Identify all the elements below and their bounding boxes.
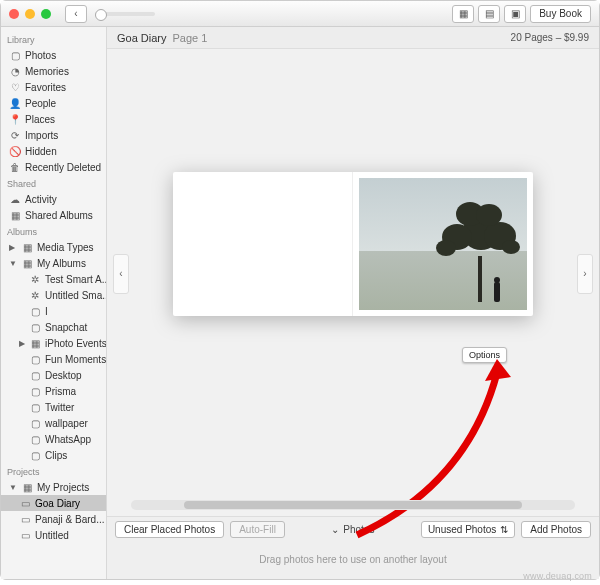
sidebar-item-media-types[interactable]: ▶▦Media Types bbox=[1, 239, 106, 255]
folder-icon: ▦ bbox=[29, 337, 41, 349]
zoom-slider[interactable] bbox=[95, 12, 155, 16]
chevron-right-icon[interactable]: ▶ bbox=[19, 339, 25, 348]
chevron-right-icon[interactable]: ▶ bbox=[9, 243, 17, 252]
hidden-icon: 🚫 bbox=[9, 145, 21, 157]
close-icon[interactable] bbox=[9, 9, 19, 19]
sidebar-item-album[interactable]: ▢wallpaper bbox=[1, 415, 106, 431]
back-button[interactable]: ‹ bbox=[65, 5, 87, 23]
sidebar-item-label: WhatsApp bbox=[45, 434, 91, 445]
sidebar-item-label: Recently Deleted bbox=[25, 162, 101, 173]
folder-icon: ▦ bbox=[21, 481, 33, 493]
book-title: Goa Diary bbox=[117, 32, 167, 44]
unused-photos-select[interactable]: Unused Photos ⇅ bbox=[421, 521, 515, 538]
people-icon: 👤 bbox=[9, 97, 21, 109]
sidebar-section-shared: Shared bbox=[1, 175, 106, 191]
favorites-icon: ♡ bbox=[9, 81, 21, 93]
page-scrollbar[interactable] bbox=[131, 500, 575, 510]
sidebar-item-hidden[interactable]: 🚫Hidden bbox=[1, 143, 106, 159]
sidebar-item-album[interactable]: ▢Snapchat bbox=[1, 319, 106, 335]
photos-icon: ▢ bbox=[9, 49, 21, 61]
sidebar-item-album[interactable]: ▢Desktop bbox=[1, 367, 106, 383]
sidebar-item-goa-diary[interactable]: ▭Goa Diary bbox=[1, 495, 106, 511]
sidebar-item-people[interactable]: 👤People bbox=[1, 95, 106, 111]
sidebar-item-label: My Albums bbox=[37, 258, 86, 269]
sidebar-item-album[interactable]: ✲Test Smart A... bbox=[1, 271, 106, 287]
sidebar-item-recently-deleted[interactable]: 🗑Recently Deleted bbox=[1, 159, 106, 175]
sidebar-item-photos[interactable]: ▢Photos bbox=[1, 47, 106, 63]
buy-book-button[interactable]: Buy Book bbox=[530, 5, 591, 23]
maximize-icon[interactable] bbox=[41, 9, 51, 19]
sidebar-item-album[interactable]: ▢Prisma bbox=[1, 383, 106, 399]
photos-drawer-toggle[interactable]: ⌄ Photos bbox=[291, 524, 415, 535]
album-icon: ▢ bbox=[29, 417, 41, 429]
sidebar-item-label: I bbox=[45, 306, 48, 317]
book-stage: ‹ › bbox=[107, 49, 599, 498]
sidebar-item-shared-albums[interactable]: ▦Shared Albums bbox=[1, 207, 106, 223]
page-photo[interactable] bbox=[359, 178, 527, 310]
sidebar-item-my-albums[interactable]: ▼▦My Albums bbox=[1, 255, 106, 271]
memories-icon: ◔ bbox=[9, 65, 21, 77]
sidebar-item-label: Desktop bbox=[45, 370, 82, 381]
sidebar-item-activity[interactable]: ☁Activity bbox=[1, 191, 106, 207]
minimize-icon[interactable] bbox=[25, 9, 35, 19]
auto-fill-button[interactable]: Auto-Fill bbox=[230, 521, 285, 538]
sidebar-item-memories[interactable]: ◔Memories bbox=[1, 63, 106, 79]
layout-icon[interactable]: ▤ bbox=[478, 5, 500, 23]
book-icon: ▭ bbox=[19, 497, 31, 509]
book-icon: ▭ bbox=[19, 513, 31, 525]
watermark: www.deuaq.com bbox=[523, 571, 592, 581]
trash-icon: 🗑 bbox=[9, 161, 21, 173]
album-icon: ▢ bbox=[29, 305, 41, 317]
sidebar-item-favorites[interactable]: ♡Favorites bbox=[1, 79, 106, 95]
sidebar-item-label: Untitled bbox=[35, 530, 69, 541]
clear-placed-photos-button[interactable]: Clear Placed Photos bbox=[115, 521, 224, 538]
chevron-down-icon[interactable]: ▼ bbox=[9, 259, 17, 268]
album-icon: ▢ bbox=[29, 385, 41, 397]
sidebar-section-albums: Albums bbox=[1, 223, 106, 239]
prev-page-button[interactable]: ‹ bbox=[113, 254, 129, 294]
sidebar-item-label: Panaji & Bard... bbox=[35, 514, 104, 525]
sidebar[interactable]: Library ▢Photos ◔Memories ♡Favorites 👤Pe… bbox=[1, 27, 107, 579]
select-value: Unused Photos bbox=[428, 524, 496, 535]
sidebar-item-album[interactable]: ▢Fun Moments bbox=[1, 351, 106, 367]
sidebar-item-project[interactable]: ▭Panaji & Bard... bbox=[1, 511, 106, 527]
sidebar-item-project[interactable]: ▭Untitled bbox=[1, 527, 106, 543]
sidebar-item-album[interactable]: ▢WhatsApp bbox=[1, 431, 106, 447]
scrollbar-thumb[interactable] bbox=[184, 501, 521, 509]
sidebar-item-album[interactable]: ▢Twitter bbox=[1, 399, 106, 415]
sidebar-item-imports[interactable]: ⟳Imports bbox=[1, 127, 106, 143]
sidebar-item-album[interactable]: ✲Untitled Sma... bbox=[1, 287, 106, 303]
sidebar-item-my-projects[interactable]: ▼▦My Projects bbox=[1, 479, 106, 495]
photos-drawer-label: Photos bbox=[343, 524, 374, 535]
album-icon: ▢ bbox=[29, 449, 41, 461]
sidebar-item-album[interactable]: ▢I bbox=[1, 303, 106, 319]
imports-icon: ⟳ bbox=[9, 129, 21, 141]
cloud-icon: ☁ bbox=[9, 193, 21, 205]
settings-icon[interactable]: ▣ bbox=[504, 5, 526, 23]
book-icon: ▭ bbox=[19, 529, 31, 541]
sidebar-item-label: Favorites bbox=[25, 82, 66, 93]
book-page-left[interactable] bbox=[173, 172, 353, 316]
sidebar-item-label: Clips bbox=[45, 450, 67, 461]
sidebar-item-iphoto-events[interactable]: ▶▦iPhoto Events bbox=[1, 335, 106, 351]
sidebar-item-label: Hidden bbox=[25, 146, 57, 157]
folder-icon: ▦ bbox=[21, 241, 33, 253]
sidebar-item-label: My Projects bbox=[37, 482, 89, 493]
sidebar-item-label: Untitled Sma... bbox=[45, 290, 106, 301]
view-mode-icon[interactable]: ▦ bbox=[452, 5, 474, 23]
book-page-right[interactable] bbox=[353, 172, 533, 316]
options-popover[interactable]: Options bbox=[462, 347, 507, 363]
bottom-toolbar: Clear Placed Photos Auto-Fill ⌄ Photos U… bbox=[107, 516, 599, 542]
albums-icon: ▦ bbox=[9, 209, 21, 221]
next-page-button[interactable]: › bbox=[577, 254, 593, 294]
sidebar-item-places[interactable]: 📍Places bbox=[1, 111, 106, 127]
album-icon: ▢ bbox=[29, 321, 41, 333]
chevron-down-icon[interactable]: ▼ bbox=[9, 483, 17, 492]
book-header: Goa Diary Page 1 20 Pages – $9.99 bbox=[107, 27, 599, 49]
album-icon: ▢ bbox=[29, 433, 41, 445]
sidebar-item-label: Snapchat bbox=[45, 322, 87, 333]
sidebar-item-album[interactable]: ▢Clips bbox=[1, 447, 106, 463]
add-photos-button[interactable]: Add Photos bbox=[521, 521, 591, 538]
sidebar-item-label: Memories bbox=[25, 66, 69, 77]
select-stepper-icon: ⇅ bbox=[500, 524, 508, 535]
